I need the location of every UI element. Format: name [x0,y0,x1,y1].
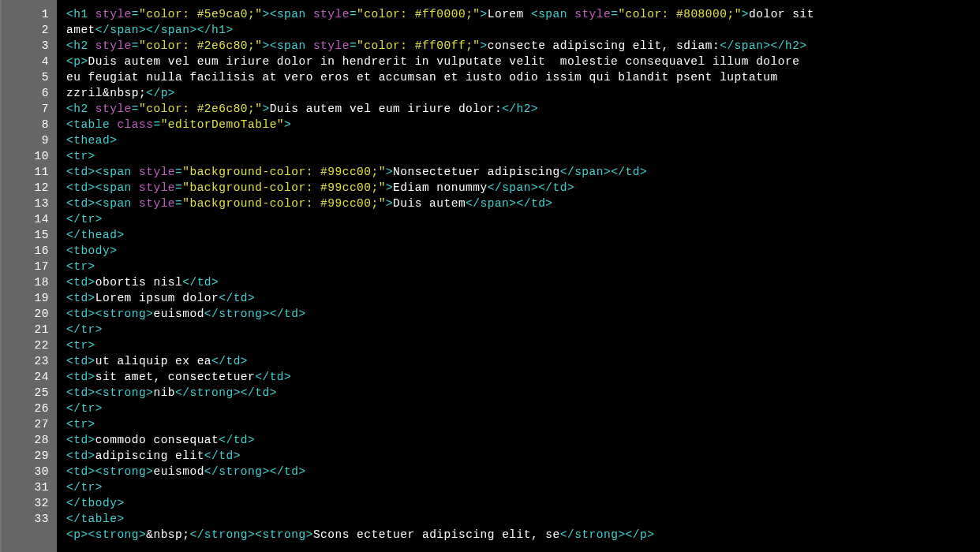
code-line[interactable]: <p><strong>&nbsp;</strong><strong>Scons … [66,527,980,543]
code-line[interactable]: <thead> [66,132,980,148]
code-token: = [175,197,182,210]
code-line[interactable]: <td><strong>euismod</strong></td> [66,306,980,322]
line-number: 3 [2,38,49,54]
code-line[interactable]: <tbody> [66,243,980,259]
code-token: style [95,39,132,52]
code-line[interactable]: <td>commodo consequat</td> [66,432,980,448]
code-token: style [313,39,350,52]
line-number: 10 [2,148,49,164]
code-token: </ [211,355,226,367]
code-token: td [553,181,567,194]
code-line[interactable]: </tr> [66,322,980,338]
code-token: < [66,418,73,431]
code-line[interactable]: <tr> [66,416,980,432]
code-line[interactable]: zzril&nbsp;</p> [66,85,980,101]
code-line[interactable]: </tr> [66,211,980,227]
code-line[interactable]: </tr> [66,401,980,416]
code-token: tr [73,339,88,352]
code-token: ></ [531,181,553,194]
code-token: "color: #2e6c80;" [139,103,262,115]
line-number: 13 [2,196,49,211]
line-number: 24 [2,369,49,385]
code-token: >< [88,181,103,194]
code-token: style [574,8,611,21]
code-token: > [117,229,124,241]
code-token: </ [66,402,80,415]
line-number: 5 [2,69,49,85]
code-token: td [73,166,88,178]
code-line[interactable]: </table> [66,511,980,527]
line-number: 32 [2,495,49,511]
code-token: strong [103,465,146,478]
code-token: td [73,308,88,320]
code-token: </ [66,497,80,509]
code-line[interactable]: <td><strong>euismod</strong></td> [66,464,980,479]
code-token: tr [73,150,88,162]
code-token: > [88,355,95,367]
code-line[interactable]: <td><strong>nib</strong></td> [66,385,980,401]
code-line[interactable]: <td><span style="background-color: #99cc… [66,164,980,180]
code-token: "background-color: #99cc00;" [182,181,386,194]
code-line[interactable]: <td>adipiscing elit</td> [66,448,980,464]
code-line[interactable]: <td>sit amet, consectetuer</td> [66,369,980,385]
code-token: < [66,308,73,320]
code-token: > [88,449,95,462]
code-area[interactable]: <h1 style="color: #5e9ca0;"><span style=… [57,0,980,552]
code-token: span [502,181,531,194]
code-line[interactable]: <p>Duis autem vel eum iriure dolor in he… [66,54,980,69]
line-number: 30 [2,464,49,479]
code-line[interactable]: <tr> [66,338,980,353]
code-line[interactable]: <td><span style="background-color: #99cc… [66,180,980,196]
code-token: </ [219,434,233,446]
code-line[interactable]: <h2 style="color: #2e6c80;"><span style=… [66,38,980,54]
line-number: 27 [2,416,49,432]
line-number-gutter: 1234567891011121314151617181920212223242… [2,0,57,552]
code-line[interactable]: amet</span></span></h1> [66,22,980,38]
code-token: h2 [785,39,799,52]
line-number: 4 [2,54,49,69]
code-line[interactable]: </thead> [66,227,980,243]
code-token: ></ [509,197,531,210]
code-token: > [234,449,241,462]
code-token: < [66,449,73,462]
code-token: = [132,8,139,21]
code-line[interactable]: </tbody> [66,495,980,511]
code-line[interactable]: <tr> [66,259,980,274]
code-line[interactable]: <td>Lorem ipsum dolor</td> [66,290,980,306]
code-line[interactable]: <td>ut aliquip ex ea</td> [66,353,980,369]
code-editor[interactable]: 1234567891011121314151617181920212223242… [0,0,980,552]
code-token: >< [248,528,262,541]
code-line[interactable]: <h1 style="color: #5e9ca0;"><span style=… [66,6,980,22]
code-token: td [234,434,248,446]
code-line[interactable]: </tr> [66,479,980,495]
code-token: tr [80,323,95,336]
code-line[interactable]: eu feugiat nulla facilisis at vero eros … [66,69,980,85]
code-token: span [735,39,764,52]
code-token: td [73,465,88,478]
code-token: span [538,8,567,21]
code-token: > [270,386,277,399]
code-line[interactable]: <table class="editorDemoTable"> [66,117,980,132]
code-token [88,39,95,52]
code-token: = [350,39,357,52]
code-line[interactable]: <h2 style="color: #2e6c80;">Duis autem v… [66,101,980,117]
code-token: >< [88,386,103,399]
code-token [132,181,139,194]
code-token: Nonsectetuer adipiscing [393,166,560,178]
code-token: >< [80,528,95,541]
code-token: thead [80,229,117,241]
code-token: < [66,339,73,352]
code-token [132,197,139,210]
code-line[interactable]: <td>obortis nisl</td> [66,274,980,290]
code-token: commodo consequat [95,434,219,446]
code-token: >< [88,197,103,210]
code-token: </ [182,276,196,289]
line-number: 8 [2,117,49,132]
code-token: > [284,118,291,131]
code-token: span [110,24,139,36]
code-line[interactable]: <tr> [66,148,980,164]
line-number: 2 [2,22,49,38]
code-token: > [567,181,574,194]
code-token: = [132,103,139,115]
code-line[interactable]: <td><span style="background-color: #99cc… [66,196,980,211]
